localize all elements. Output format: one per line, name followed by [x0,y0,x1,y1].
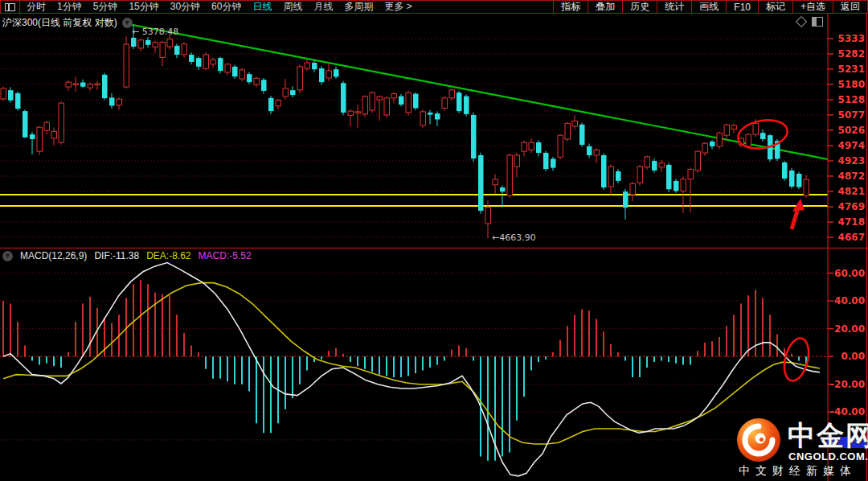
timeframe-tab-日线[interactable]: 日线 [252,1,272,13]
chevron-down-icon[interactable]: ▼ [2,251,13,261]
timeframe-tab-5分钟[interactable]: 5分钟 [93,1,118,13]
macd-axis-label: 0.00 [829,351,865,362]
price-axis-label: 5077 [829,109,865,121]
price-axis-label: 4718 [829,216,865,228]
price-axis-label: 5333 [829,33,865,44]
price-axis-label: 4872 [829,171,865,182]
macd-axis-label: -20.00 [829,379,865,390]
layout-toggle-button[interactable] [1,1,20,13]
chart-title-row: 沪深300(日线 前复权 对数) ▼ [2,16,133,30]
split-window-icon[interactable] [812,17,823,27]
timeframe-menu: 分时1分钟5分钟15分钟30分钟60分钟日线周线月线多周期更多 > [20,1,412,13]
price-axis-label: 5026 [829,125,865,136]
toolbar-button-指标[interactable]: 指标 [553,1,588,13]
toolbar-button-F10[interactable]: F10 [726,1,758,13]
price-axis-label: 5282 [829,48,865,60]
toolbar-right-menu: 指标叠加历史统计画线F10标记+自选返回 [553,1,867,13]
timeframe-tab-周线[interactable]: 周线 [283,1,302,13]
macd-axis-label: 40.00 [829,295,865,306]
chart-canvas[interactable] [0,0,868,481]
price-axis-label: 4923 [829,155,865,166]
macd-dea-value: DEA:-8.62 [146,250,190,261]
macd-indicator-name[interactable]: MACD(12,26,9) [20,250,87,261]
macd-header: ▼ MACD(12,26,9) DIF:-11.38 DEA:-8.62 MAC… [2,250,252,261]
low-price-annotation: ←4663.90 [492,232,536,243]
toolbar-button-+自选[interactable]: +自选 [792,1,833,13]
price-axis-label: 4974 [829,140,865,151]
timeframe-tab-60分钟[interactable]: 60分钟 [211,1,241,13]
window-controls [797,17,823,27]
toolbar-button-统计[interactable]: 统计 [657,1,691,13]
timeframe-tab-30分钟[interactable]: 30分钟 [170,1,200,13]
chevron-down-icon[interactable]: ▼ [122,18,133,28]
timeframe-tab-分时[interactable]: 分时 [27,1,46,13]
watermark-domain: CNGOLD.COM.CN [788,450,868,462]
toolbar-button-叠加[interactable]: 叠加 [588,1,622,13]
watermark-tagline: 中文财经新媒体 [739,464,857,479]
price-axis-label: 5180 [829,79,865,90]
timeframe-tab-更多 >[interactable]: 更多 > [384,1,411,13]
toolbar-button-历史[interactable]: 历史 [622,1,657,13]
macd-axis-label: 60.00 [829,268,865,279]
toolbar-button-返回[interactable]: 返回 [833,1,867,13]
diamond-icon[interactable] [796,16,807,27]
price-axis-label: 5128 [829,94,865,105]
trading-terminal: 分时1分钟5分钟15分钟30分钟60分钟日线周线月线多周期更多 > 指标叠加历史… [0,0,868,481]
macd-dif-value: DIF:-11.38 [94,250,139,261]
layout-icon [5,3,15,11]
timeframe-tab-1分钟[interactable]: 1分钟 [57,1,82,13]
price-axis-label: 5231 [829,64,865,75]
timeframe-tab-多周期[interactable]: 多周期 [344,1,373,13]
timeframe-tab-15分钟[interactable]: 15分钟 [129,1,158,13]
price-axis-label: 4821 [829,186,865,197]
watermark: 中金网 CNGOLD.COM.CN 中文财经新媒体 [727,414,868,481]
watermark-brand: 中金网 [788,417,868,454]
price-axis-label: 4667 [829,232,865,243]
high-price-annotation: ← 5378.48 [132,27,178,37]
toolbar: 分时1分钟5分钟15分钟30分钟60分钟日线周线月线多周期更多 > 指标叠加历史… [0,0,868,14]
page-title: 沪深300(日线 前复权 对数) [2,16,117,30]
price-axis-label: 4769 [829,201,865,212]
timeframe-tab-月线[interactable]: 月线 [313,1,333,13]
toolbar-button-标记[interactable]: 标记 [758,1,792,13]
macd-macd-value: MACD:-5.52 [199,250,252,261]
macd-axis-label: 20.00 [829,323,865,335]
toolbar-button-画线[interactable]: 画线 [691,1,726,13]
cngold-logo-icon [735,417,782,463]
